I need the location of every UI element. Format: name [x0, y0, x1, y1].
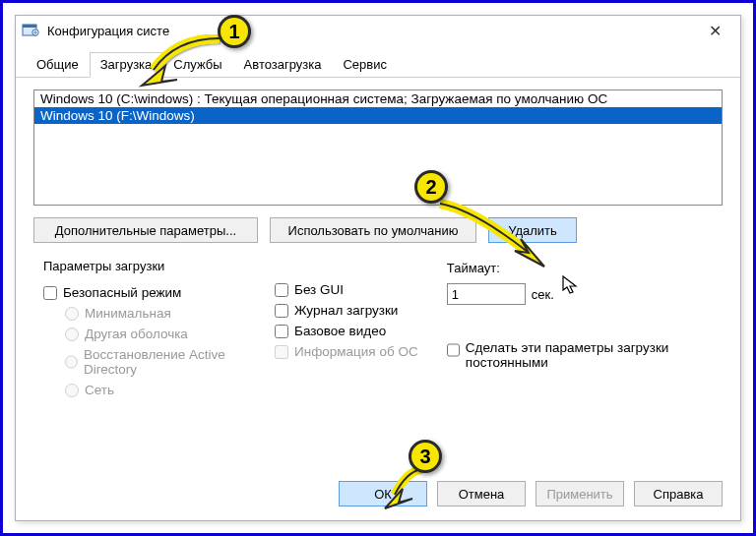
close-button[interactable]: ✕: [695, 22, 734, 40]
timeout-input[interactable]: [447, 283, 526, 305]
boot-entry[interactable]: Windows 10 (C:\windows) : Текущая операц…: [34, 90, 722, 107]
timeout-unit: сек.: [532, 287, 554, 302]
safe-boot-checkbox[interactable]: Безопасный режим: [43, 285, 255, 300]
boot-options-group: Параметры загрузки Безопасный режим Мини…: [33, 255, 723, 407]
window-title: Конфигурация систе: [47, 24, 695, 38]
base-video-checkbox[interactable]: Базовое видео: [275, 324, 427, 338]
tab-services[interactable]: Службы: [162, 52, 232, 78]
annotation-badge-3: 3: [409, 440, 442, 473]
tab-tools[interactable]: Сервис: [332, 52, 398, 78]
minimal-radio: Минимальная: [65, 306, 255, 321]
ok-button[interactable]: ОК: [339, 481, 427, 506]
boot-entry[interactable]: Windows 10 (F:\Windows): [34, 107, 722, 124]
app-icon: [22, 22, 39, 39]
help-button[interactable]: Справка: [634, 481, 723, 506]
os-info-checkbox: Информация об ОС: [275, 344, 427, 359]
tab-startup[interactable]: Автозагрузка: [233, 52, 333, 78]
boot-entries-list[interactable]: Windows 10 (C:\windows) : Текущая операц…: [33, 89, 723, 206]
network-radio: Сеть: [65, 383, 255, 397]
tab-strip: Общие Загрузка Службы Автозагрузка Серви…: [16, 45, 740, 78]
set-default-button[interactable]: Использовать по умолчанию: [270, 217, 476, 243]
delete-button[interactable]: Удалить: [488, 217, 577, 243]
boot-log-checkbox[interactable]: Журнал загрузки: [275, 303, 427, 318]
annotation-badge-1: 1: [218, 15, 251, 48]
dsrepair-radio: Восстановление Active Directory: [65, 347, 255, 377]
annotation-badge-2: 2: [414, 170, 448, 204]
group-label: Параметры загрузки: [43, 259, 255, 277]
tab-boot[interactable]: Загрузка: [90, 52, 163, 78]
advanced-options-button[interactable]: Дополнительные параметры...: [33, 217, 258, 243]
no-gui-checkbox[interactable]: Без GUI: [275, 282, 427, 297]
altshell-radio: Другая оболочка: [65, 327, 255, 341]
apply-button: Применить: [536, 481, 624, 506]
permanent-checkbox[interactable]: Сделать эти параметры загрузки постоянны…: [447, 340, 713, 370]
timeout-label: Таймаут:: [447, 261, 713, 275]
cancel-button[interactable]: Отмена: [437, 481, 526, 506]
svg-rect-1: [23, 25, 36, 28]
titlebar: Конфигурация систе ✕: [16, 16, 740, 45]
tab-general[interactable]: Общие: [26, 52, 90, 78]
msconfig-window: Конфигурация систе ✕ Общие Загрузка Служ…: [15, 15, 741, 521]
